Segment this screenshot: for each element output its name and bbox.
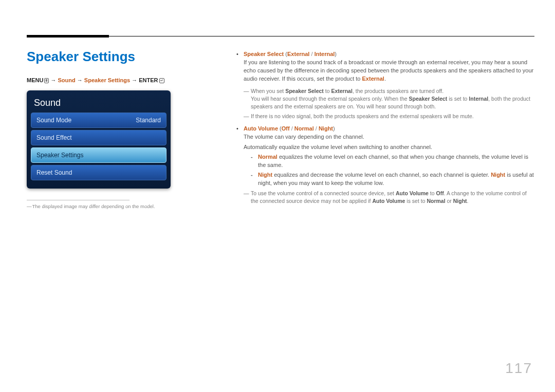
heading-text: Speaker Select	[244, 51, 284, 57]
note-speaker-select-1: ― When you set Speaker Select to Externa…	[236, 87, 534, 111]
breadcrumb-arrow: →	[132, 77, 137, 83]
sub-dash: -	[251, 171, 258, 188]
osd-item-reset-sound[interactable]: Reset Sound	[31, 165, 166, 180]
speaker-select-heading: Speaker Select (External / Internal)	[244, 50, 534, 59]
osd-item-label: Reset Sound	[36, 169, 72, 176]
sub-night: - Night equalizes and decrease the volum…	[244, 171, 534, 188]
osd-item-sound-mode[interactable]: Sound Mode Standard	[31, 113, 166, 128]
opt-night: Night	[319, 125, 333, 132]
note-dash: ―	[244, 113, 251, 120]
footnote-rule	[27, 200, 130, 200]
osd-item-speaker-settings[interactable]: Speaker Settings	[31, 147, 166, 163]
breadcrumb: MENUⅢ → Sound → Speaker Settings → ENTER…	[27, 77, 176, 83]
note-dash: ―	[244, 190, 251, 205]
breadcrumb-arrow: →	[50, 77, 56, 83]
osd-item-label: Sound Effect	[36, 134, 72, 141]
opt-off: Off	[282, 125, 290, 132]
breadcrumb-menu: MENU	[27, 77, 43, 83]
auto-volume-line1: The volume can vary depending on the cha…	[244, 133, 534, 141]
osd-item-label: Sound Mode	[36, 117, 71, 124]
osd-item-sound-effect[interactable]: Sound Effect	[31, 130, 166, 145]
left-column: Speaker Settings MENUⅢ → Sound → Speaker…	[27, 49, 176, 209]
sub-normal: - Normal equalizes the volume level on e…	[244, 153, 534, 170]
osd-panel: Sound Sound Mode Standard Sound Effect S…	[27, 90, 171, 189]
note-speaker-select-2: ― If there is no video signal, both the …	[236, 113, 534, 120]
sub-dash: -	[251, 153, 258, 170]
note-dash: ―	[244, 87, 251, 111]
left-footnote: ― The displayed image may differ dependi…	[27, 203, 176, 209]
auto-volume-line2: Automatically equalize the volume level …	[244, 143, 534, 152]
breadcrumb-enter: ENTER	[139, 77, 158, 83]
enter-icon: ↵	[159, 78, 164, 83]
page-number: 117	[505, 360, 532, 377]
breadcrumb-arrow: →	[77, 77, 83, 83]
menu-icon: Ⅲ	[44, 78, 49, 83]
opt-external: External	[287, 51, 309, 57]
breadcrumb-speaker-settings: Speaker Settings	[84, 77, 130, 83]
footnote-dash: ―	[27, 203, 31, 209]
bullet-auto-volume: • Auto Volume (Off / Normal / Night) The…	[236, 125, 534, 188]
auto-volume-heading: Auto Volume (Off / Normal / Night)	[244, 125, 534, 133]
opt-normal: Normal	[294, 125, 314, 132]
osd-item-value: Standard	[136, 117, 161, 124]
bullet-speaker-select: • Speaker Select (External / Internal) I…	[236, 50, 534, 85]
osd-item-label: Speaker Settings	[36, 152, 83, 159]
footnote-text: The displayed image may differ depending…	[32, 203, 155, 209]
bullet-dot: •	[236, 125, 244, 188]
osd-title: Sound	[31, 96, 166, 113]
heading-text: Auto Volume	[244, 125, 278, 132]
note-auto-volume: ― To use the volume control of a connect…	[236, 190, 534, 205]
opt-internal: Internal	[314, 51, 335, 57]
header-rule-thick	[27, 35, 109, 38]
bullet-dot: •	[236, 50, 244, 85]
right-column: • Speaker Select (External / Internal) I…	[236, 50, 534, 208]
speaker-select-body: If you are listening to the sound track …	[244, 59, 534, 83]
page-title: Speaker Settings	[27, 49, 176, 65]
breadcrumb-sound: Sound	[58, 77, 76, 83]
